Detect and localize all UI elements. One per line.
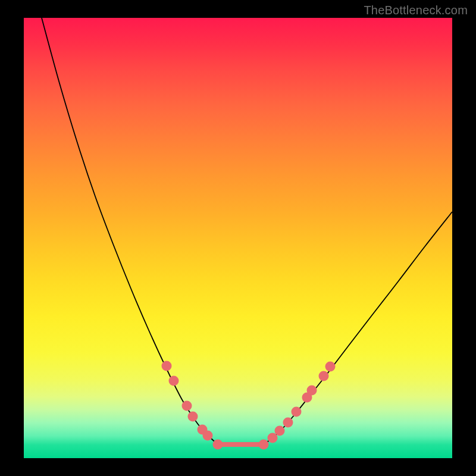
left-curve xyxy=(42,18,218,444)
marker-dot xyxy=(268,433,278,443)
marker-dot xyxy=(213,440,223,450)
chart-frame: TheBottleneck.com xyxy=(0,0,476,476)
marker-dot xyxy=(275,426,285,436)
marker-dot xyxy=(292,407,302,417)
marker-dot xyxy=(169,376,179,386)
curve-svg xyxy=(24,18,452,458)
marker-group xyxy=(162,361,336,450)
marker-dot xyxy=(203,431,213,441)
marker-dot xyxy=(162,361,172,371)
plot-area xyxy=(24,18,452,458)
marker-dot xyxy=(182,401,192,411)
marker-dot xyxy=(283,418,293,428)
watermark-text: TheBottleneck.com xyxy=(364,4,468,17)
marker-dot xyxy=(319,371,329,381)
marker-dot xyxy=(325,362,336,372)
marker-dot xyxy=(307,386,317,396)
marker-dot xyxy=(259,440,269,450)
marker-dot xyxy=(188,412,198,422)
